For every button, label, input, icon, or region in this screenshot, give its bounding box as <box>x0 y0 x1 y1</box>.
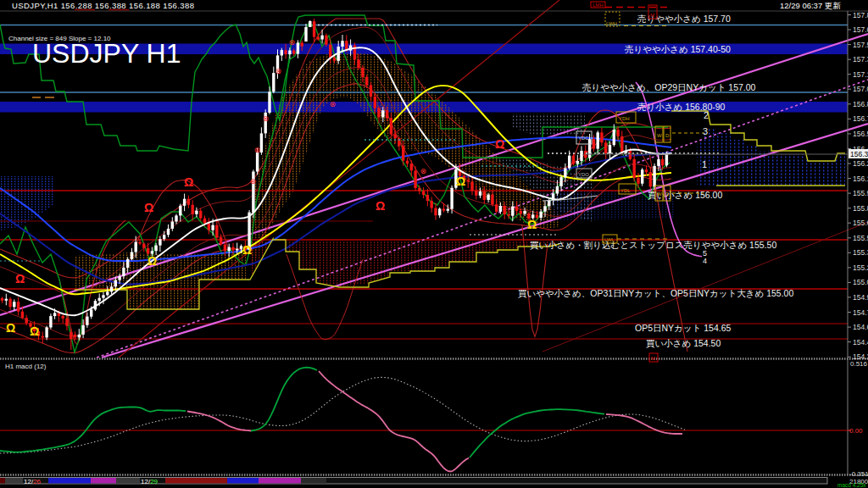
svg-text:USDJPY,H1 156.288 156.388 156: USDJPY,H1 156.288 156.388 156.188 156.38… <box>12 1 194 10</box>
svg-text:Ω: Ω <box>376 199 385 213</box>
svg-text:Ω: Ω <box>184 175 193 189</box>
svg-text:12/29 06:37 更新: 12/29 06:37 更新 <box>780 1 841 10</box>
svg-text:156.388: 156.388 <box>850 150 868 158</box>
svg-text:155.975: 155.975 <box>853 189 868 197</box>
svg-text:macd 4.25x: macd 4.25x <box>837 482 866 488</box>
svg-text:157.655: 157.655 <box>853 25 868 34</box>
svg-text:Ω: Ω <box>144 201 153 214</box>
svg-text:3: 3 <box>703 126 708 136</box>
svg-text:155.365: 155.365 <box>853 248 868 257</box>
svg-text:LWH: LWH <box>606 21 617 26</box>
svg-text:Ω: Ω <box>30 324 39 338</box>
svg-text:1: 1 <box>702 159 707 169</box>
svg-text:W: W <box>657 133 662 138</box>
svg-text:155.060: 155.060 <box>853 278 868 286</box>
svg-text:154.605: 154.605 <box>853 323 868 331</box>
svg-text:4: 4 <box>703 257 707 265</box>
svg-text:売りやや小さめ、OP29日NYカット 157.00: 売りやや小さめ、OP29日NYカット 157.00 <box>582 82 756 92</box>
svg-text:⊗: ⊗ <box>330 100 337 108</box>
svg-text:OP5日NYカット 154.65: OP5日NYカット 154.65 <box>635 323 732 333</box>
svg-text:157.810: 157.810 <box>853 11 868 19</box>
svg-text:YDH: YDH <box>619 116 630 121</box>
svg-text:12/26: 12/26 <box>24 478 42 485</box>
svg-text:2: 2 <box>704 110 709 120</box>
svg-text:Ω: Ω <box>456 175 465 188</box>
svg-text:YDL: YDL <box>620 188 631 193</box>
svg-text:Ω: Ω <box>495 137 504 151</box>
svg-text:買いやや小さめ、OP31日NYカット、OP5日NYカット大き: 買いやや小さめ、OP31日NYカット、OP5日NYカット大きめ 155.00 <box>518 288 793 298</box>
svg-text:Ω: Ω <box>15 272 25 286</box>
svg-text:⊗: ⊗ <box>420 167 427 175</box>
svg-text:Ω: Ω <box>147 254 157 268</box>
svg-text:155.515: 155.515 <box>853 234 868 242</box>
svg-text:157.350: 157.350 <box>853 55 868 64</box>
svg-text:154.755: 154.755 <box>853 308 868 317</box>
svg-text:154.455: 154.455 <box>853 338 868 347</box>
svg-text:YDC: YDC <box>578 136 589 141</box>
svg-text:154.910: 154.910 <box>853 293 868 302</box>
svg-text:12/29: 12/29 <box>141 478 159 485</box>
svg-text:⊗: ⊗ <box>250 177 257 186</box>
svg-text:買い小さめ 154.50: 買い小さめ 154.50 <box>646 338 721 348</box>
svg-text:155.215: 155.215 <box>853 263 868 272</box>
svg-text:155.820: 155.820 <box>853 204 868 213</box>
svg-text:156.280: 156.280 <box>853 159 868 168</box>
svg-text:売りやや小さめ 157.40-50: 売りやや小さめ 157.40-50 <box>625 44 731 54</box>
svg-text:Ω: Ω <box>6 321 15 335</box>
svg-text:157.195: 157.195 <box>853 70 868 79</box>
svg-text:LWL: LWL <box>604 237 615 242</box>
svg-text:Ω: Ω <box>527 218 537 231</box>
svg-text:156.895: 156.895 <box>853 100 868 108</box>
svg-text:D: D <box>665 133 670 138</box>
svg-text:⊗: ⊗ <box>263 114 270 123</box>
svg-text:売り小さめ 156.80-90: 売り小さめ 156.80-90 <box>637 102 726 112</box>
svg-text:156.740: 156.740 <box>853 114 868 123</box>
svg-text:H1 macd (12): H1 macd (12) <box>5 363 47 370</box>
svg-text:YDO: YDO <box>578 172 589 177</box>
svg-text:156.590: 156.590 <box>853 130 868 138</box>
svg-text:Ω: Ω <box>242 243 252 257</box>
svg-text:USDJPY H1: USDJPY H1 <box>32 38 181 69</box>
svg-text:W: W <box>657 191 662 197</box>
svg-text:⊗: ⊗ <box>289 38 296 47</box>
svg-text:0.00: 0.00 <box>849 427 863 435</box>
svg-text:M: M <box>650 13 654 18</box>
svg-text:⊗: ⊗ <box>254 146 261 154</box>
svg-text:買い小さめ・割り込むとストップロス売りやや小さめ 155.5: 買い小さめ・割り込むとストップロス売りやや小さめ 155.50 <box>530 240 776 250</box>
svg-text:0.516: 0.516 <box>850 360 868 368</box>
svg-text:156.130: 156.130 <box>853 175 868 183</box>
svg-text:D: D <box>665 191 670 197</box>
svg-text:155.670: 155.670 <box>853 219 868 227</box>
svg-text:M: M <box>651 356 655 361</box>
svg-text:⊗: ⊗ <box>275 67 282 75</box>
svg-text:LMH: LMH <box>593 3 604 8</box>
svg-text:157.045: 157.045 <box>853 85 868 93</box>
svg-text:157.500: 157.500 <box>853 41 868 49</box>
